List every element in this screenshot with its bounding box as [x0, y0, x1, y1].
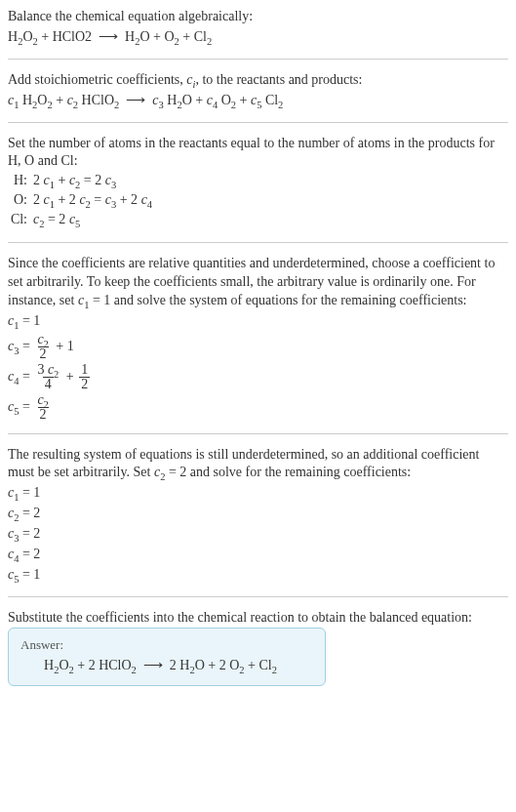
coeff-line: c5 = c22 [8, 393, 508, 422]
intro-text: Set the number of atoms in the reactants… [8, 135, 508, 172]
balance-eq: 2 c1 + c2 = 2 c3 [33, 172, 116, 190]
coeff-line: c4 = 3 c24 + 12 [8, 363, 508, 391]
intro-text: The resulting system of equations is sti… [8, 446, 508, 483]
section-atom-balance: Set the number of atoms in the reactants… [8, 135, 508, 243]
coeff-line: c5 = 1 [8, 566, 508, 585]
coeff-line: c1 = 1 [8, 484, 508, 503]
answer-box: Answer: H2O2 + 2 HClO2 ⟶ 2 H2O + 2 O2 + … [8, 628, 326, 686]
section-balance-intro: Balance the chemical equation algebraica… [8, 8, 508, 60]
balance-eq: 2 c1 + 2 c2 = c3 + 2 c4 [33, 191, 152, 210]
balance-row-Cl: Cl: c2 = 2 c5 [8, 211, 508, 229]
coeff-equation: c1 H2O2 + c2 HClO2 ⟶ c3 H2O + c4 O2 + c5… [8, 92, 508, 110]
intro-text: Add stoichiometric coefficients, ci, to … [8, 71, 508, 90]
element-label: H: [8, 172, 27, 190]
coeff-line: c3 = c22 + 1 [8, 333, 508, 361]
balance-row-H: H: 2 c1 + c2 = 2 c3 [8, 172, 508, 190]
coeff-line: c1 = 1 [8, 312, 508, 331]
section-solve-c1: Since the coefficients are relative quan… [8, 255, 508, 434]
intro-text: Since the coefficients are relative quan… [8, 255, 508, 310]
coeff-line: c2 = 2 [8, 505, 508, 523]
element-label: Cl: [8, 211, 27, 229]
balance-row-O: O: 2 c1 + 2 c2 = c3 + 2 c4 [8, 191, 508, 210]
intro-text: Substitute the coefficients into the che… [8, 609, 508, 628]
balance-eq: c2 = 2 c5 [33, 211, 80, 229]
unbalanced-equation: H2O2 + HClO2 ⟶ H2O + O2 + Cl2 [8, 28, 508, 47]
coeff-line: c3 = 2 [8, 525, 508, 544]
element-label: O: [8, 191, 27, 210]
balanced-equation: H2O2 + 2 HClO2 ⟶ 2 H2O + 2 O2 + Cl2 [20, 657, 313, 675]
section-substitute: Substitute the coefficients into the che… [8, 609, 508, 692]
coeff-line: c4 = 2 [8, 546, 508, 564]
section-solve-c2: The resulting system of equations is sti… [8, 446, 508, 597]
section-stoich-coeffs: Add stoichiometric coefficients, ci, to … [8, 71, 508, 123]
answer-label: Answer: [20, 636, 313, 654]
intro-text: Balance the chemical equation algebraica… [8, 8, 508, 26]
